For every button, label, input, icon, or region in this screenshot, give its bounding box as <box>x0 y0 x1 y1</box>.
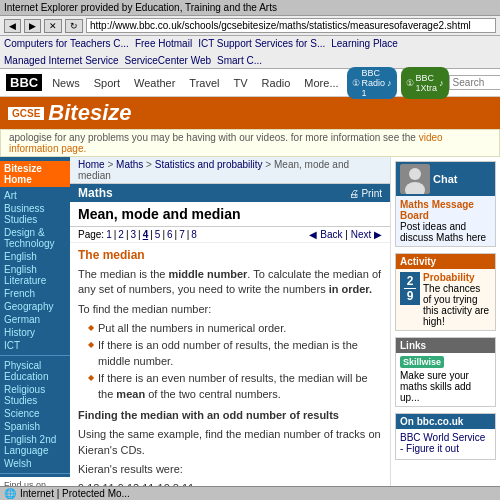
radio1-pill[interactable]: ① BBC Radio 1 ♪ <box>347 67 397 99</box>
page-7[interactable]: 7 <box>179 229 185 240</box>
skillwise-badge[interactable]: Skillwise <box>400 356 444 368</box>
nav-link-7[interactable]: Smart C... <box>217 55 262 66</box>
address-bar: ◀ ▶ ✕ ↻ <box>0 16 500 36</box>
right-sidebar: Chat Maths Message Board Post ideas and … <box>390 157 500 500</box>
print-button[interactable]: 🖨 Print <box>349 188 382 199</box>
radio1-label: BBC Radio 1 <box>362 68 386 98</box>
address-input[interactable] <box>86 18 496 33</box>
page-label: Page: <box>78 229 104 240</box>
back-button[interactable]: ◀ <box>4 19 21 33</box>
links-content: Skillwise Make sure your maths skills ad… <box>396 353 495 406</box>
fraction-display: 2 9 <box>400 272 420 305</box>
browser-window: Internet Explorer provided by Education,… <box>0 0 500 500</box>
sidebar-french[interactable]: French <box>0 287 70 300</box>
nav-tv[interactable]: TV <box>234 77 248 89</box>
breadcrumb-section[interactable]: Statistics and probability <box>155 159 263 170</box>
sidebar-english[interactable]: English <box>0 250 70 263</box>
page-6[interactable]: 6 <box>167 229 173 240</box>
activity-header: Activity <box>396 254 495 269</box>
breadcrumb-home[interactable]: Home <box>78 159 105 170</box>
page-title: Mean, mode and median <box>78 206 382 222</box>
bitesize-title: Bitesize <box>48 100 131 126</box>
forward-button[interactable]: ▶ <box>24 19 41 33</box>
page-numbers-group: Page: 1 | 2 | 3 | 4 | 5 | 6 | 7 | 8 <box>78 229 197 240</box>
page-sep-6: | <box>175 229 178 240</box>
bbc-world-service-link[interactable]: BBC World Service - Figure it out <box>400 432 491 454</box>
sidebar-pe[interactable]: Physical Education <box>0 359 70 383</box>
bbc-links-box: On bbc.co.uk BBC World Service - Figure … <box>395 413 496 460</box>
sidebar-ict[interactable]: ICT <box>0 339 70 352</box>
page-subject: Maths <box>78 186 113 200</box>
sidebar-re[interactable]: Religious Studies <box>0 383 70 407</box>
activity-desc: The chances of you trying this activity … <box>423 283 491 327</box>
title-bar: Internet Explorer provided by Education,… <box>0 0 500 16</box>
bbc-links-header: On bbc.co.uk <box>396 414 495 429</box>
page-1[interactable]: 1 <box>106 229 112 240</box>
nav-travel[interactable]: Travel <box>189 77 219 89</box>
sidebar-german[interactable]: German <box>0 313 70 326</box>
nav-link-1[interactable]: Computers for Teachers C... <box>4 38 129 49</box>
breadcrumb: Home > Maths > Statistics and probabilit… <box>70 157 390 184</box>
bbc-header: BBC News Sport Weather Travel TV Radio M… <box>0 69 500 97</box>
activity-content: 2 9 Probability The chances of you tryin… <box>396 269 495 330</box>
print-label: Print <box>361 188 382 199</box>
nav-radio[interactable]: Radio <box>262 77 291 89</box>
bbc-logo: BBC <box>6 74 42 91</box>
sidebar-welsh[interactable]: Welsh <box>0 457 70 470</box>
nav-link-2[interactable]: Free Hotmail <box>135 38 192 49</box>
page-4[interactable]: 4 <box>143 229 149 240</box>
sidebar-art[interactable]: Art <box>0 189 70 202</box>
sidebar-english-lit[interactable]: English Literature <box>0 263 70 287</box>
refresh-button[interactable]: ↻ <box>65 19 83 33</box>
radio1extra-audio-icon: ♪ <box>439 78 444 88</box>
median-bold: middle number <box>169 268 248 280</box>
page-5[interactable]: 5 <box>155 229 161 240</box>
radio1-audio-icon: ♪ <box>387 78 392 88</box>
nav-weather[interactable]: Weather <box>134 77 175 89</box>
article-sub-p1: Using the same example, find the median … <box>78 427 382 458</box>
chat-board-title[interactable]: Maths Message Board <box>400 199 491 221</box>
nav-link-3[interactable]: ICT Support Services for S... <box>198 38 325 49</box>
links-header: Links <box>396 338 495 353</box>
skillwise-text: Make sure your maths skills add up... <box>400 370 491 403</box>
window-title: Internet Explorer provided by Education,… <box>4 2 277 13</box>
chat-content: Maths Message Board Post ideas and discu… <box>396 196 495 246</box>
sidebar-design[interactable]: Design & Technology <box>0 226 70 250</box>
sidebar-business[interactable]: Business Studies <box>0 202 70 226</box>
back-link[interactable]: ◀ Back <box>309 229 342 240</box>
sidebar: Bitesize Home Art Business Studies Desig… <box>0 157 70 500</box>
nav-more[interactable]: More... <box>304 77 338 89</box>
sidebar-science[interactable]: Science <box>0 407 70 420</box>
next-link[interactable]: Next ▶ <box>351 229 382 240</box>
status-bar: 🌐 Internet | Protected Mo... <box>0 486 500 500</box>
chat-header: Chat <box>396 162 495 196</box>
status-icon: 🌐 <box>4 488 16 499</box>
article: The median The median is the middle numb… <box>70 243 390 500</box>
page-sep-2: | <box>126 229 129 240</box>
search-input[interactable] <box>449 75 500 90</box>
article-intro-heading: The median <box>78 247 382 264</box>
nav-links-bar: Computers for Teachers C... Free Hotmail… <box>0 36 500 69</box>
nav-link-5[interactable]: Managed Internet Service <box>4 55 119 66</box>
nav-news[interactable]: News <box>52 77 80 89</box>
stop-button[interactable]: ✕ <box>44 19 62 33</box>
chat-box: Chat Maths Message Board Post ideas and … <box>395 161 496 247</box>
nav-link-6[interactable]: ServiceCenter Web <box>125 55 212 66</box>
radio1extra-pill[interactable]: ① BBC 1Xtra ♪ <box>401 67 449 99</box>
page-8[interactable]: 8 <box>191 229 197 240</box>
sidebar-spanish[interactable]: Spanish <box>0 420 70 433</box>
probability-label: Probability <box>423 272 491 283</box>
nav-link-4[interactable]: Learning Place <box>331 38 398 49</box>
sidebar-title: Bitesize Home <box>0 161 70 187</box>
sidebar-geography[interactable]: Geography <box>0 300 70 313</box>
article-sub-heading: Finding the median with an odd number of… <box>78 408 382 423</box>
gcse-badge: GCSE <box>8 107 44 120</box>
page-3[interactable]: 3 <box>130 229 136 240</box>
bbc-search <box>449 75 500 90</box>
sidebar-history[interactable]: History <box>0 326 70 339</box>
breadcrumb-maths[interactable]: Maths <box>116 159 143 170</box>
step-3: If there is an even number of results, t… <box>92 371 382 402</box>
nav-sport[interactable]: Sport <box>94 77 120 89</box>
sidebar-english2[interactable]: English 2nd Language <box>0 433 70 457</box>
page-2[interactable]: 2 <box>118 229 124 240</box>
